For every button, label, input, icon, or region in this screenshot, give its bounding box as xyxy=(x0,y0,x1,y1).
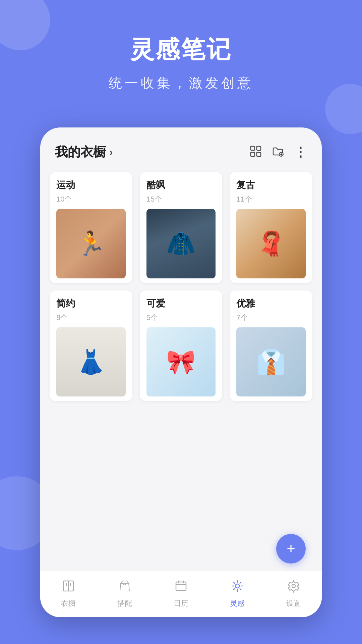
nav-item-wardrobe[interactable]: 衣橱 xyxy=(54,576,82,612)
wardrobe-icon xyxy=(62,579,75,596)
item-image-cool: 🧥 xyxy=(146,209,216,278)
svg-rect-3 xyxy=(257,152,261,156)
grid-view-icon[interactable] xyxy=(250,145,262,159)
grid-item-simple[interactable]: 简约 8个 👗 xyxy=(50,290,132,401)
item-image-simple: 👗 xyxy=(56,327,126,397)
nav-label-match: 搭配 xyxy=(117,598,132,608)
fab-plus-icon: + xyxy=(287,541,295,556)
header: 灵感笔记 统一收集，激发创意 xyxy=(0,0,362,112)
svg-line-18 xyxy=(234,582,235,584)
svg-point-13 xyxy=(235,584,239,588)
item-count-cute: 5个 xyxy=(146,313,216,323)
svg-rect-1 xyxy=(257,146,261,150)
grid-item-elegant[interactable]: 优雅 7个 👔 xyxy=(230,290,312,401)
toolbar-title[interactable]: 我的衣橱 › xyxy=(55,144,113,161)
nav-item-settings[interactable]: 设置 xyxy=(280,576,308,612)
item-name-elegant: 优雅 xyxy=(236,297,306,310)
item-count-sport: 10个 xyxy=(56,194,126,204)
more-icon[interactable]: ⋮ xyxy=(294,146,307,159)
item-count-cool: 15个 xyxy=(146,194,216,204)
item-image-cute: 🎀 xyxy=(146,327,216,397)
header-subtitle: 统一收集，激发创意 xyxy=(13,74,349,92)
item-count-simple: 8个 xyxy=(56,313,126,323)
grid-item-cute[interactable]: 可爱 5个 🎀 xyxy=(140,290,223,401)
toolbar: 我的衣橱 › ⋮ xyxy=(40,127,322,169)
item-name-retro: 复古 xyxy=(236,179,306,192)
svg-line-20 xyxy=(240,582,241,584)
bottom-nav: 衣橱 搭配 日历 xyxy=(40,570,322,617)
fab-add-button[interactable]: + xyxy=(276,534,306,564)
item-name-cute: 可爱 xyxy=(146,297,216,310)
grid-content: 运动 10个 🏃 酷飒 15个 🧥 复古 11个 🧣 简约 8个 👗 可爱 xyxy=(40,169,322,408)
svg-rect-0 xyxy=(251,146,255,150)
nav-label-settings: 设置 xyxy=(286,598,301,608)
nav-label-calendar: 日历 xyxy=(174,598,188,608)
svg-rect-2 xyxy=(251,152,255,156)
folder-icon[interactable] xyxy=(272,145,284,159)
item-name-simple: 简约 xyxy=(56,297,126,310)
grid-item-sport[interactable]: 运动 10个 🏃 xyxy=(50,172,132,283)
item-name-sport: 运动 xyxy=(56,179,126,192)
settings-icon xyxy=(287,579,300,596)
grid-container: 运动 10个 🏃 酷飒 15个 🧥 复古 11个 🧣 简约 8个 👗 可爱 xyxy=(50,172,312,401)
inspiration-icon xyxy=(231,579,244,596)
nav-label-wardrobe: 衣橱 xyxy=(61,598,76,608)
svg-rect-9 xyxy=(176,582,186,591)
grid-item-retro[interactable]: 复古 11个 🧣 xyxy=(230,172,312,283)
svg-line-19 xyxy=(240,589,241,590)
header-title: 灵感笔记 xyxy=(13,34,349,66)
nav-item-inspiration[interactable]: 灵感 xyxy=(223,576,251,612)
svg-point-22 xyxy=(292,584,295,588)
item-image-sport: 🏃 xyxy=(56,209,126,278)
toolbar-icons: ⋮ xyxy=(250,145,307,159)
item-count-elegant: 7个 xyxy=(236,313,306,323)
svg-line-21 xyxy=(234,589,235,590)
nav-item-match[interactable]: 搭配 xyxy=(111,576,139,612)
nav-item-calendar[interactable]: 日历 xyxy=(167,576,195,612)
item-image-elegant: 👔 xyxy=(236,327,306,397)
toolbar-title-text: 我的衣橱 xyxy=(55,144,106,161)
match-icon xyxy=(118,579,131,596)
item-count-retro: 11个 xyxy=(236,194,306,204)
item-image-retro: 🧣 xyxy=(236,209,306,278)
grid-item-cool[interactable]: 酷飒 15个 🧥 xyxy=(140,172,223,283)
calendar-icon xyxy=(174,579,188,596)
chevron-icon: › xyxy=(109,146,113,158)
phone-card: 我的衣橱 › ⋮ xyxy=(40,127,322,617)
nav-label-inspiration: 灵感 xyxy=(230,598,245,608)
item-name-cool: 酷飒 xyxy=(146,179,216,192)
